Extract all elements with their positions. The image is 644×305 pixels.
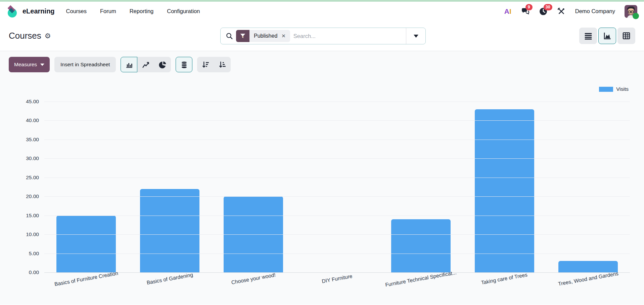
legend-label: Visits [616,86,629,92]
bar[interactable] [56,216,116,272]
graph-view-button[interactable] [598,28,616,44]
company-switcher[interactable]: Demo Company [575,8,615,14]
x-label-slot: Taking care of Trees [463,276,546,282]
y-axis-tick: 0.00 [7,269,39,275]
chart-type-group [121,57,171,72]
x-axis-labels: Basics of Furniture CreationBasics of Ga… [44,276,630,282]
bar-slot [295,102,379,272]
app-name: eLearning [22,7,55,15]
x-axis-label: DIY Furniture [321,273,353,284]
bar[interactable] [391,219,451,272]
bar[interactable] [140,189,199,272]
x-axis-label: Basics of Furniture Creation [54,270,118,287]
line-chart-button[interactable] [137,57,154,72]
nav-item-reporting[interactable]: Reporting [130,8,154,14]
nav-item-courses[interactable]: Courses [66,8,87,14]
gridline [44,234,630,235]
pivot-view-button[interactable] [617,28,635,44]
main-content: Measures Insert in Spreadsheet [0,51,644,305]
gridline [44,140,630,140]
messages-icon[interactable]: 9 [521,7,530,16]
x-label-slot: Basics of Gardening [128,276,212,282]
control-panel: Courses ⚙ Published ✕ [0,21,644,51]
chart-legend[interactable]: Visits [599,86,629,92]
pivot-view-icon [622,31,631,40]
sort-asc-button[interactable] [214,57,231,72]
y-axis-tick: 30.00 [7,155,39,161]
page-title: Courses [9,31,41,41]
search-facet-published[interactable]: Published ✕ [236,30,290,42]
gridline [44,216,630,216]
x-label-slot: Furniture Technical Specificat... [379,276,463,282]
nav-menus: Courses Forum Reporting Configuration [66,8,200,14]
stacked-group [176,57,192,72]
list-view-icon [584,32,593,40]
facet-close-icon[interactable]: ✕ [281,33,286,39]
nav-item-configuration[interactable]: Configuration [167,8,200,14]
y-axis-tick: 45.00 [7,99,39,105]
online-status-dot [633,13,639,19]
navbar-right: AI 9 30 Demo Company [504,5,637,18]
list-view-button[interactable] [579,28,597,44]
bar-slot [128,102,212,272]
nav-item-forum[interactable]: Forum [100,8,116,14]
bars-container [44,102,630,272]
sort-group [197,57,231,72]
y-axis-tick: 15.00 [7,213,39,219]
bar[interactable] [475,109,534,272]
gridline [44,120,630,121]
gear-icon[interactable]: ⚙ [45,32,51,39]
gridline [44,102,630,102]
insert-in-spreadsheet-button[interactable]: Insert in Spreadsheet [54,57,116,72]
x-label-slot: DIY Furniture [295,276,379,282]
insert-spreadsheet-label: Insert in Spreadsheet [60,62,110,68]
y-axis-tick: 10.00 [7,231,39,237]
pie-chart-icon [158,61,167,69]
bar-slot [212,102,295,272]
bar-slot [546,102,630,272]
filter-funnel-icon [236,30,249,42]
y-axis-tick: 25.00 [7,175,39,181]
gridline [44,272,630,273]
app-brand[interactable]: eLearning [7,5,55,17]
gridline [44,158,630,159]
view-switcher [579,28,635,44]
bar-chart-button[interactable] [121,57,137,72]
bar-chart-icon [125,61,133,69]
bar-slot [463,102,546,272]
bar-slot [379,102,463,272]
activities-badge: 30 [544,4,552,11]
y-axis-tick: 20.00 [7,193,39,199]
messages-badge: 9 [525,4,533,11]
activities-icon[interactable]: 30 [539,7,548,16]
y-axis-tick: 35.00 [7,137,39,143]
search-icon [225,32,233,40]
x-label-slot: Trees, Wood and Gardens [546,276,630,282]
tools-icon[interactable] [557,7,566,16]
sort-asc-icon [218,61,227,69]
graph-view-icon [603,31,612,40]
facet-label: Published [254,33,277,39]
x-axis-label: Basics of Gardening [146,272,193,286]
sort-desc-button[interactable] [197,57,214,72]
stacked-icon [180,61,188,69]
user-avatar[interactable] [625,5,637,18]
wrench-screwdriver-icon [557,7,565,15]
graph-toolbar: Measures Insert in Spreadsheet [0,51,644,72]
sort-desc-icon [201,61,210,69]
gridline [44,178,630,178]
bar-slot [44,102,128,272]
search-bar[interactable]: Published ✕ [220,28,426,44]
ai-icon[interactable]: AI [504,7,511,15]
search-input[interactable] [290,28,406,44]
caret-down-icon [40,64,44,66]
x-axis-label: Trees, Wood and Gardens [557,270,618,287]
search-dropdown-toggle[interactable] [406,28,425,44]
stacked-toggle-button[interactable] [176,57,192,72]
measures-button[interactable]: Measures [9,57,50,72]
y-axis-tick: 5.00 [7,251,39,257]
bar[interactable] [558,261,618,272]
pie-chart-button[interactable] [154,57,171,72]
line-chart-icon [142,61,150,69]
main-navbar: eLearning Courses Forum Reporting Config… [0,2,644,21]
